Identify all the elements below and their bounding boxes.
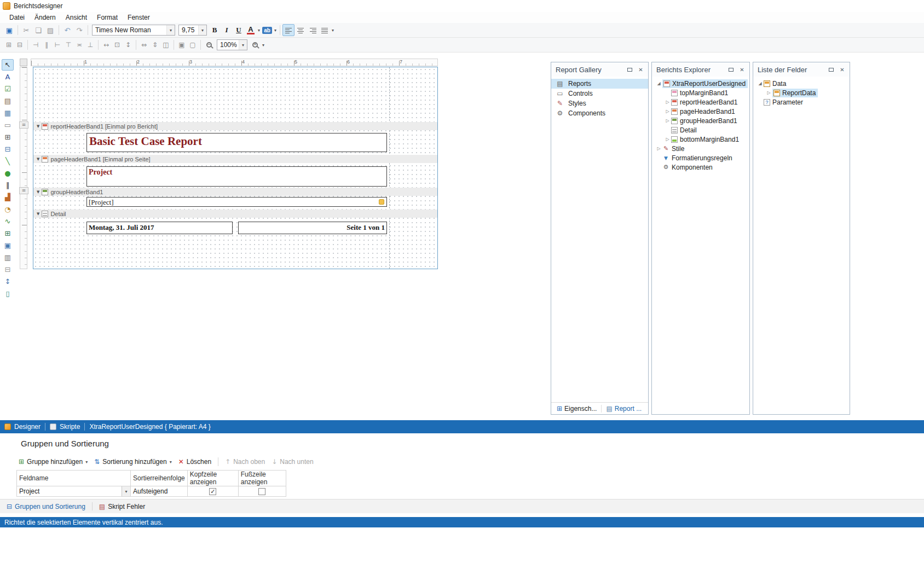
band-header-pageheaderband1[interactable]: ▼ pageHeaderBand1 [Einmal pro Seite] [33,155,437,163]
underline-button[interactable]: U [233,24,245,36]
properties-tab-button[interactable]: ⊞ Eigensch... [555,404,598,413]
panel-header[interactable]: Berichts Explorer ✕ [652,62,749,77]
show-footer-checkbox[interactable] [258,488,265,495]
band-header-groupheaderband1[interactable]: ▼ groupHeaderBand1 [33,188,437,196]
tree-item-reportheaderband1[interactable]: ▷ reportHeaderBand1 [652,97,749,107]
gallery-item-components[interactable]: ⚙ Components [551,108,648,118]
band-drag-handle[interactable]: ≡ [19,187,28,194]
align-center-button[interactable] [294,24,307,36]
expander-icon[interactable]: ▷ [765,90,772,95]
close-panel-button[interactable]: ✕ [838,66,847,74]
report-page[interactable]: ▼ reportHeaderBand1 [Einmal pro Bericht]… [33,67,438,269]
document-name[interactable]: XtraReportUserDesigned { Papierart: A4 } [89,423,210,431]
band-header-reportheaderband1[interactable]: ▼ reportHeaderBand1 [Einmal pro Bericht] [33,122,437,130]
tree-item-xtrareportuserdesigned[interactable]: ◢ XtraReportUserDesigned [652,79,749,88]
bring-to-front-button[interactable]: ▣ [176,39,187,51]
report-title-control[interactable]: Basic Test Case Report [86,133,387,152]
menu-fenster[interactable]: Fenster [123,13,155,22]
tree-item-formatierungsregeln[interactable]: ▼ Formatierungsregeln [652,153,749,162]
cut-button[interactable]: ✂ [20,24,32,36]
menu-ansicht[interactable]: Ansicht [61,13,92,22]
delete-button[interactable]: ✕ Löschen [178,458,211,466]
chevron-down-icon[interactable]: ▾ [85,460,88,465]
gallery-item-controls[interactable]: ▭ Controls [551,89,648,98]
expander-icon[interactable]: ◢ [655,81,662,86]
add-group-button[interactable]: ⊞ Gruppe hinzufügen ▾ [19,458,88,466]
font-name-combo[interactable]: Times New Roman ▾ [92,25,175,36]
align-right-button[interactable] [307,24,319,36]
float-panel-button[interactable] [726,66,736,74]
toolbox-crossband-box[interactable]: ▯ [2,288,14,299]
menu-aendern[interactable]: Ändern [30,13,61,22]
tree-item-detail[interactable]: Detail [652,125,749,135]
toolbox-shape[interactable]: ● [2,167,14,179]
tree-item-pageheaderband1[interactable]: ▷ pageHeaderBand1 [652,107,749,116]
horizontal-ruler[interactable]: 1 2 3 4 5 6 7 [31,59,438,66]
chevron-down-icon[interactable]: ▾ [170,460,172,465]
tab-skript-fehler[interactable]: ▤ Skript Fehler [99,503,145,510]
tab-gruppen-und-sortierung[interactable]: ⊟ Gruppen und Sortierung [7,503,85,510]
toolbox-pointer[interactable]: ↖ [2,59,14,71]
chevron-down-icon[interactable]: ▾ [331,28,335,33]
tree-item-data[interactable]: ◢ Data [753,79,850,88]
field-name-combo[interactable]: Project ▾ [17,486,131,497]
toolbox-line[interactable]: ╲ [2,155,14,167]
align-justify-button[interactable] [319,24,331,36]
show-header-checkbox[interactable]: ✓ [209,488,216,495]
float-panel-button[interactable] [827,66,836,74]
chevron-down-icon[interactable]: ▾ [257,28,261,33]
make-same-size-button[interactable]: ⊡ [112,39,123,51]
align-left-button[interactable] [282,24,294,36]
redo-button[interactable]: ↷ [73,24,85,36]
toolbox-label[interactable]: A [2,71,14,83]
gallery-item-reports[interactable]: ▤ Reports [551,79,648,89]
sort-order-cell[interactable]: Aufsteigend [131,486,188,497]
toolbox-panel[interactable]: ▭ [2,119,14,131]
tree-item-stile[interactable]: ▷ ✎ Stile [652,144,749,153]
save-button[interactable]: ▣ [3,24,15,36]
float-panel-button[interactable] [625,66,634,74]
align-bottoms-button[interactable]: ⊥ [85,39,96,51]
highlight-color-button[interactable]: ab [261,24,273,36]
toolbox-sparkline[interactable]: ∿ [2,216,14,227]
italic-button[interactable]: I [221,24,233,36]
toolbox-richtext[interactable]: ▤ [2,95,14,107]
toolbox-pageinfo[interactable]: ▥ [2,252,14,263]
tree-item-komponenten[interactable]: ⚙ Komponenten [652,162,749,172]
expander-icon[interactable]: ◢ [756,81,764,86]
panel-header[interactable]: Report Gallery ✕ [551,62,648,77]
make-same-height-button[interactable]: ↕ [123,39,134,51]
chevron-down-icon[interactable]: ▾ [122,486,130,496]
menu-format[interactable]: Format [92,13,123,22]
toolbox-chart[interactable]: ▟ [2,191,14,203]
undo-button[interactable]: ↶ [61,24,73,36]
zoom-in-button[interactable]: + [249,39,261,51]
align-rights-button[interactable]: ⊢ [52,39,63,51]
close-panel-button[interactable]: ✕ [636,66,645,74]
expander-icon[interactable]: ▷ [664,109,671,114]
menu-datei[interactable]: Datei [4,13,30,22]
band-header-detail[interactable]: ▼ Detail [33,210,437,218]
collapse-icon[interactable]: ▼ [37,124,39,129]
chevron-down-icon[interactable]: ▾ [273,28,278,33]
toolbox-subreport[interactable]: ▣ [2,240,14,251]
toolbox-gauge[interactable]: ◔ [2,204,14,215]
horizontal-spacing-button[interactable]: ⇔ [138,39,149,51]
align-tops-button[interactable]: ⊤ [63,39,74,51]
report-gallery-tab-button[interactable]: ▤ Report ... [604,404,643,413]
snap-to-grid-button[interactable]: ⊞ [3,39,14,51]
toolbox-pivotgrid[interactable]: ⊞ [2,228,14,239]
paste-button[interactable]: ▨ [44,24,56,36]
align-middles-button[interactable]: ≍ [74,39,85,51]
vertical-spacing-button[interactable]: ⇕ [149,39,160,51]
move-up-button[interactable]: ↑ Nach oben [225,458,265,466]
panel-header[interactable]: Liste der Felder ✕ [753,62,850,77]
make-same-width-button[interactable]: ↔ [101,39,112,51]
band-drag-handle[interactable]: ≡ [19,121,28,129]
tree-item-bottommarginband1[interactable]: ▷ bottomMarginBand1 [652,135,749,144]
toolbox-barcode[interactable]: ∥ [2,179,14,191]
bold-button[interactable]: B [209,24,221,36]
chevron-down-icon[interactable]: ▾ [239,40,247,50]
tab-designer[interactable]: Designer [4,423,41,431]
ruler-corner[interactable] [20,59,27,66]
